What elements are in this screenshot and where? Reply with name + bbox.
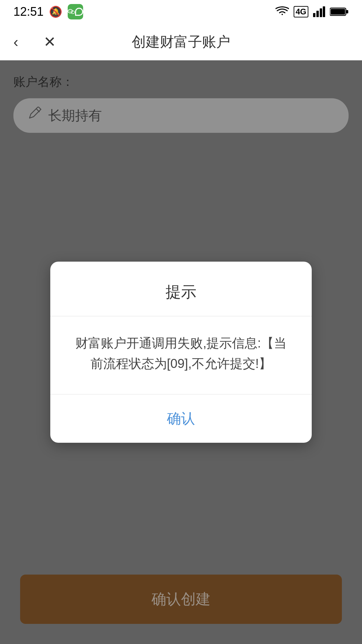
svg-rect-6 xyxy=(320,8,322,17)
status-bar: 12:51 🔕 4G xyxy=(0,0,362,23)
dialog-body: 财富账户开通调用失败,提示信息:【当前流程状态为[09],不允许提交!】 xyxy=(50,316,312,394)
bell-icon: 🔕 xyxy=(49,5,62,18)
signal-4g-icon: 4G xyxy=(294,6,308,17)
dialog-title: 提示 xyxy=(50,262,312,316)
svg-rect-7 xyxy=(323,6,325,17)
svg-rect-9 xyxy=(331,9,345,15)
dialog-message: 财富账户开通调用失败,提示信息:【当前流程状态为[09],不允许提交!】 xyxy=(70,333,292,374)
svg-rect-4 xyxy=(313,13,315,17)
dialog-footer: 确认 xyxy=(50,394,312,443)
svg-rect-10 xyxy=(346,10,348,13)
dialog-confirm-button[interactable]: 确认 xyxy=(50,394,312,443)
status-time: 12:51 xyxy=(13,5,44,19)
svg-point-2 xyxy=(69,11,70,11)
dialog: 提示 财富账户开通调用失败,提示信息:【当前流程状态为[09],不允许提交!】 … xyxy=(50,262,312,443)
back-button[interactable]: ‹ xyxy=(13,34,18,50)
status-icons-right: 4G xyxy=(276,6,349,17)
signal-bars-icon xyxy=(313,6,325,17)
svg-rect-5 xyxy=(316,11,319,17)
page-content: 账户名称： 长期持有 提示 财富账户开通调用失败,提示信息:【当前流程状态为[0… xyxy=(0,60,362,644)
wifi-icon xyxy=(276,6,289,17)
svg-point-3 xyxy=(71,11,71,11)
wechat-icon xyxy=(68,4,83,19)
page-title: 创建财富子账户 xyxy=(132,33,230,51)
modal-overlay: 提示 财富账户开通调用失败,提示信息:【当前流程状态为[09],不允许提交!】 … xyxy=(0,60,362,644)
battery-icon xyxy=(330,7,349,16)
close-button[interactable]: ✕ xyxy=(44,33,56,50)
nav-bar: ‹ ✕ 创建财富子账户 xyxy=(0,23,362,60)
